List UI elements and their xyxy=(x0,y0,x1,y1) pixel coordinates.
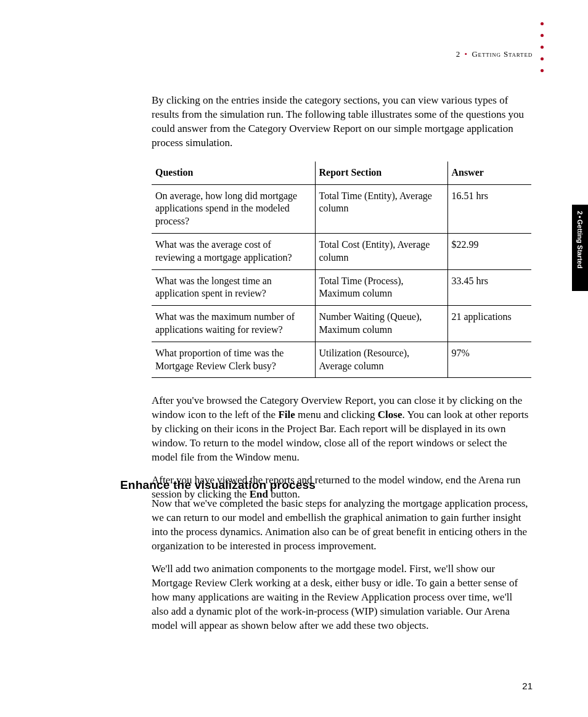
content-block-1: By clicking on the entries inside the ca… xyxy=(152,94,531,510)
page: 2 • Getting Started 2 • Getting Started … xyxy=(0,0,588,717)
header-chapter-number: 2 xyxy=(456,49,460,59)
ornament-dot-icon xyxy=(541,22,544,25)
table-row: What was the average cost of reviewing a… xyxy=(152,233,531,269)
ornament-dot-icon xyxy=(541,69,544,72)
ornament-dot-icon xyxy=(541,34,544,37)
table-row: On average, how long did mortgage applic… xyxy=(152,184,531,233)
col-header-answer: Answer xyxy=(447,162,531,184)
sidetab-chapter-title: Getting Started xyxy=(576,219,584,268)
col-header-question: Question xyxy=(152,162,315,184)
cell-answer: 33.45 hrs xyxy=(447,269,531,306)
cell-question: What was the maximum number of applicati… xyxy=(152,306,315,342)
header-chapter-title: Getting Started xyxy=(472,49,533,59)
enhance-para-2: We'll add two animation components to th… xyxy=(152,562,531,633)
cell-question: What was the longest time an application… xyxy=(152,269,315,306)
table-row: What was the longest time an application… xyxy=(152,269,531,306)
ornament-dots xyxy=(541,22,544,72)
ornament-dot-icon xyxy=(541,46,544,49)
close-menu-label: Close xyxy=(378,409,402,420)
bullet-icon: • xyxy=(463,49,470,59)
cell-question: What proportion of time was the Mortgage… xyxy=(152,342,315,378)
cell-answer: $22.99 xyxy=(447,233,531,269)
ornament-dot-icon xyxy=(541,57,544,60)
table-header-row: Question Report Section Answer xyxy=(152,162,531,184)
file-menu-label: File xyxy=(278,409,295,420)
report-table: Question Report Section Answer On averag… xyxy=(152,162,531,379)
cell-answer: 21 applications xyxy=(447,306,531,342)
enhance-para-1: Now that we've completed the basic steps… xyxy=(152,497,531,554)
section-heading: Enhance the visualization process xyxy=(120,478,532,492)
page-number: 21 xyxy=(522,681,533,691)
cell-question: What was the average cost of reviewing a… xyxy=(152,233,315,269)
cell-report-section: Total Time (Process), Maximum column xyxy=(315,269,447,306)
content-block-2: Now that we've completed the basic steps… xyxy=(152,497,531,641)
col-header-report-section: Report Section xyxy=(315,162,447,184)
running-header: 2 • Getting Started xyxy=(456,49,533,59)
table-row: What was the maximum number of applicati… xyxy=(152,306,531,342)
intro-paragraph: By clicking on the entries inside the ca… xyxy=(152,94,531,150)
cell-report-section: Utilization (Resource), Average column xyxy=(315,342,447,378)
close-report-paragraph: After you've browsed the Category Overvi… xyxy=(152,394,531,465)
cell-answer: 16.51 hrs xyxy=(447,184,531,233)
cell-question: On average, how long did mortgage applic… xyxy=(152,184,315,233)
bullet-icon: • xyxy=(576,215,584,219)
cell-report-section: Number Waiting (Queue), Maximum column xyxy=(315,306,447,342)
cell-answer: 97% xyxy=(447,342,531,378)
cell-report-section: Total Cost (Entity), Average column xyxy=(315,233,447,269)
text: menu and clicking xyxy=(295,409,378,420)
table-row: What proportion of time was the Mortgage… xyxy=(152,342,531,378)
chapter-side-tab: 2 • Getting Started xyxy=(572,205,588,291)
cell-report-section: Total Time (Entity), Average column xyxy=(315,184,447,233)
